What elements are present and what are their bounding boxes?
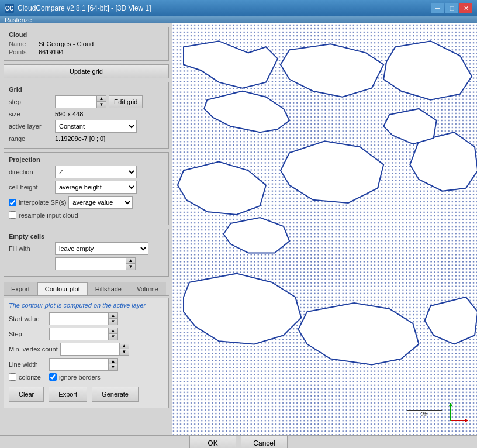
cp-min-vertex-label: Min. vertex count xyxy=(9,346,58,353)
cp-start-value-row: Start value 0.000000 ▲ ▼ xyxy=(9,312,164,325)
title-bar: CC CloudCompare v2.8.1 [64-bit] - [3D Vi… xyxy=(0,0,477,16)
projection-direction-row: direction Z xyxy=(9,166,164,178)
svg-marker-6 xyxy=(449,403,452,406)
cp-line-width-spinbtns: ▲ ▼ xyxy=(108,359,117,370)
empty-cells-custom-spinbox[interactable]: 0.000000 ▲ ▼ xyxy=(55,257,136,270)
update-grid-button[interactable]: Update grid xyxy=(4,64,169,78)
edit-grid-button[interactable]: Edit grid xyxy=(109,95,143,108)
interpolate-checkbox[interactable] xyxy=(9,199,16,206)
cp-step-spinbox[interactable]: 0.000001 ▲ ▼ xyxy=(49,328,118,340)
projection-cell-height-select[interactable]: average height xyxy=(55,181,137,194)
export-button[interactable]: Export xyxy=(49,387,87,402)
dialog-title: Rasterize xyxy=(5,16,32,23)
close-button[interactable]: ✕ xyxy=(459,3,472,13)
grid-active-layer-select[interactable]: Constant xyxy=(55,120,137,133)
projection-cell-height-label: cell height xyxy=(9,184,53,191)
interpolate-label-text: interpolate SF(s) xyxy=(19,199,66,206)
left-panel: Cloud Name St Georges - Cloud Points 661… xyxy=(0,23,172,435)
cp-start-value-input[interactable]: 0.000000 xyxy=(50,313,108,325)
bottom-buttons: Clear Export Generate xyxy=(9,384,164,404)
grid-section: Grid step 1.000000 ▲ ▼ Edit grid size 59… xyxy=(4,82,169,149)
minimize-button[interactable]: ─ xyxy=(431,3,444,13)
cloud-name-row: Name St Georges - Cloud xyxy=(9,40,164,47)
contour-plot-content: The contour plot is computed on the acti… xyxy=(4,298,169,408)
cp-step-up[interactable]: ▲ xyxy=(108,328,117,334)
cloud-section: Cloud Name St Georges - Cloud Points 661… xyxy=(4,27,169,61)
cp-line-width-up[interactable]: ▲ xyxy=(108,359,117,364)
interpolate-checkbox-label[interactable]: interpolate SF(s) xyxy=(9,199,66,206)
cp-line-width-spinbox[interactable]: 6 ▲ ▼ xyxy=(49,358,118,371)
cp-step-down[interactable]: ▼ xyxy=(108,334,117,340)
resample-row: resample input cloud xyxy=(9,211,164,219)
grid-range-label: range xyxy=(9,135,53,142)
restore-button[interactable]: □ xyxy=(445,3,458,13)
grid-step-input[interactable]: 1.000000 xyxy=(56,96,96,108)
empty-cells-section: Empty cells Fill with leave empty 0.0000… xyxy=(4,229,169,277)
title-bar-left: CC CloudCompare v2.8.1 [64-bit] - [3D Vi… xyxy=(5,4,151,13)
empty-cells-custom-spinbtns: ▲ ▼ xyxy=(126,258,135,270)
grid-range-value: 1.19209e-7 [0 ; 0] xyxy=(55,135,105,142)
empty-cells-up[interactable]: ▲ xyxy=(126,258,135,264)
svg-marker-4 xyxy=(465,419,468,422)
projection-section: Projection direction Z cell height avera… xyxy=(4,152,169,225)
colorize-checkbox[interactable] xyxy=(9,373,16,381)
cp-min-vertex-input[interactable]: 50 xyxy=(61,343,119,355)
cp-step-spinbtns: ▲ ▼ xyxy=(108,328,117,340)
interpolate-select[interactable]: average value xyxy=(68,196,133,209)
app-icon: CC xyxy=(5,4,14,13)
empty-cells-custom-input[interactable]: 0.000000 xyxy=(56,258,126,270)
grid-active-layer-label: active layer xyxy=(9,123,53,130)
ignore-borders-label[interactable]: ignore borders xyxy=(49,373,101,381)
cp-line-width-down[interactable]: ▼ xyxy=(108,364,117,370)
tab-contour-plot[interactable]: Contour plot xyxy=(37,282,88,295)
projection-direction-select[interactable]: Z xyxy=(55,166,137,178)
cancel-button[interactable]: Cancel xyxy=(241,436,288,448)
cp-min-vertex-up[interactable]: ▲ xyxy=(119,343,129,349)
cp-start-value-spinbox[interactable]: 0.000000 ▲ ▼ xyxy=(49,312,118,325)
cp-min-vertex-row: Min. vertex count 50 ▲ ▼ xyxy=(9,343,164,356)
tab-export[interactable]: Export xyxy=(4,282,37,295)
empty-cells-fill-select[interactable]: leave empty xyxy=(55,242,148,255)
3d-view-canvas: 25 xyxy=(172,23,477,435)
clear-button[interactable]: Clear xyxy=(9,387,44,402)
grid-step-up[interactable]: ▲ xyxy=(96,96,106,102)
ok-button[interactable]: OK xyxy=(189,436,236,448)
colorize-label[interactable]: colorize xyxy=(9,373,41,381)
grid-section-title: Grid xyxy=(9,86,164,93)
grid-step-spinbox[interactable]: 1.000000 ▲ ▼ xyxy=(55,95,106,108)
main-window: Rasterize Cloud Name St Georges - Cloud … xyxy=(0,16,477,448)
cloud-points-label: Points xyxy=(9,49,35,56)
cp-min-vertex-spinbox[interactable]: 50 ▲ ▼ xyxy=(60,343,129,356)
tab-hillshade[interactable]: Hillshade xyxy=(88,282,129,295)
cloud-section-title: Cloud xyxy=(9,31,164,38)
colorize-label-text: colorize xyxy=(19,374,41,381)
empty-cells-down[interactable]: ▼ xyxy=(126,264,135,270)
dialog-title-bar: Rasterize xyxy=(0,16,477,23)
grid-active-layer-row: active layer Constant xyxy=(9,120,164,133)
grid-step-down[interactable]: ▼ xyxy=(96,102,106,108)
empty-cells-section-title: Empty cells xyxy=(9,233,164,240)
cp-line-width-row: Line width 6 ▲ ▼ xyxy=(9,358,164,371)
cp-line-width-input[interactable]: 6 xyxy=(50,359,108,370)
tab-volume[interactable]: Volume xyxy=(129,282,166,295)
ignore-borders-checkbox[interactable] xyxy=(49,373,57,381)
projection-section-title: Projection xyxy=(9,156,164,163)
resample-checkbox[interactable] xyxy=(9,211,16,219)
axis-indicator xyxy=(448,400,471,423)
content-area: Cloud Name St Georges - Cloud Points 661… xyxy=(0,23,477,435)
cp-start-up[interactable]: ▲ xyxy=(108,313,117,319)
cloud-name-label: Name xyxy=(9,40,35,47)
cp-step-input[interactable]: 0.000001 xyxy=(50,328,108,340)
cp-min-vertex-down[interactable]: ▼ xyxy=(119,349,129,355)
resample-checkbox-label[interactable]: resample input cloud xyxy=(9,211,78,219)
grid-range-row: range 1.19209e-7 [0 ; 0] xyxy=(9,135,164,142)
projection-cell-height-row: cell height average height xyxy=(9,181,164,194)
grid-size-value: 590 x 448 xyxy=(55,111,83,118)
contour-plot-note: The contour plot is computed on the acti… xyxy=(9,302,164,309)
generate-button[interactable]: Generate xyxy=(92,387,139,402)
cp-step-label: Step xyxy=(9,330,47,337)
empty-cells-fill-row: Fill with leave empty xyxy=(9,242,164,255)
empty-cells-fill-label: Fill with xyxy=(9,245,53,252)
cp-line-width-label: Line width xyxy=(9,361,47,368)
cp-start-down[interactable]: ▼ xyxy=(108,319,117,325)
